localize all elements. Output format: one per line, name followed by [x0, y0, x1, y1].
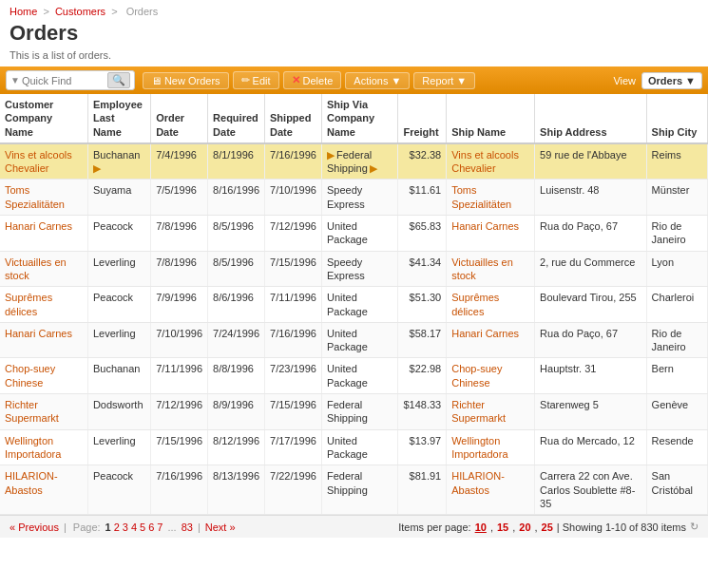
page-7[interactable]: 7 [157, 522, 163, 533]
cell-freight: $58.17 [398, 322, 447, 358]
cell-order-date: 7/11/1996 [151, 358, 208, 394]
cell-shipped-date: 7/22/1996 [265, 465, 322, 515]
page-1[interactable]: 1 [105, 522, 111, 533]
cell-ship-name[interactable]: Suprêmes délices [447, 287, 535, 323]
cell-ship-name[interactable]: Toms Spezialitäten [447, 180, 535, 216]
cell-ship-name[interactable]: Wellington Importadora [447, 429, 535, 465]
cell-required-date: 8/13/1996 [208, 465, 265, 515]
cell-ship-via: United Package [321, 216, 397, 252]
table-row[interactable]: Hanari CarnesLeverling7/10/19967/24/1996… [0, 322, 708, 358]
prev-page-button[interactable]: « Previous [10, 522, 59, 533]
cell-ship-name[interactable]: Richter Supermarkt [447, 394, 535, 430]
cell-shipped-date: 7/12/1996 [265, 216, 322, 252]
cell-ship-via: Speedy Express [321, 251, 397, 287]
table-row[interactable]: Toms SpezialitätenSuyama7/5/19968/16/199… [0, 180, 708, 216]
page-3[interactable]: 3 [123, 522, 128, 533]
table-row[interactable]: Chop-suey ChineseBuchanan7/11/19968/8/19… [0, 358, 708, 394]
table-row[interactable]: Hanari CarnesPeacock7/8/19968/5/19967/12… [0, 216, 708, 252]
page-2[interactable]: 2 [114, 522, 120, 533]
per-page-20[interactable]: 20 [519, 522, 530, 533]
cell-company[interactable]: Vins et alcools Chevalier [0, 143, 87, 180]
next-page-button[interactable]: Next » [205, 522, 236, 533]
cell-shipped-date: 7/16/1996 [265, 322, 322, 358]
table-row[interactable]: Richter SupermarktDodsworth7/12/19968/9/… [0, 394, 708, 430]
page-83[interactable]: 83 [182, 522, 193, 533]
col-employee: EmployeeLast Name [87, 94, 150, 143]
cell-company[interactable]: Chop-suey Chinese [0, 358, 87, 394]
cell-company[interactable]: Hanari Carnes [0, 322, 87, 358]
col-order-date: OrderDate [151, 94, 208, 143]
table-row[interactable]: HILARION-AbastosPeacock7/16/19968/13/199… [0, 465, 708, 515]
cell-ship-city: Münster [646, 180, 707, 216]
cell-ship-address: Rua do Mercado, 12 [535, 429, 647, 465]
refresh-icon[interactable]: ↻ [690, 521, 698, 533]
delete-button[interactable]: ✕ Delete [283, 71, 342, 89]
view-label: View [613, 75, 636, 86]
cell-order-date: 7/15/1996 [151, 429, 208, 465]
quick-find-input[interactable] [22, 75, 107, 86]
cell-ship-address: Hauptstr. 31 [535, 358, 647, 394]
cell-company[interactable]: Wellington Importadora [0, 429, 87, 465]
cell-company[interactable]: Richter Supermarkt [0, 394, 87, 430]
cell-ship-address: Luisenstr. 48 [535, 180, 647, 216]
cell-required-date: 8/16/1996 [208, 180, 265, 216]
report-button[interactable]: Report ▼ [413, 72, 475, 89]
breadcrumb-customers[interactable]: Customers [55, 6, 105, 17]
breadcrumb: Home > Customers > Orders [0, 0, 708, 19]
table-row[interactable]: Suprêmes délicesPeacock7/9/19968/6/19967… [0, 287, 708, 323]
cell-ship-via: ▶Federal Shipping▶ [321, 143, 397, 180]
cell-freight: $22.98 [398, 358, 447, 394]
view-dropdown[interactable]: Orders ▼ [641, 72, 702, 89]
col-ship-city: Ship City [646, 94, 707, 143]
table-row[interactable]: Victuailles en stockLeverling7/8/19968/5… [0, 251, 708, 287]
cell-ship-name[interactable]: HILARION-Abastos [447, 465, 535, 515]
cell-ship-city: Bern [646, 358, 707, 394]
cell-freight: $51.30 [398, 287, 447, 323]
edit-button[interactable]: ✏ Edit [233, 71, 279, 89]
cell-ship-name[interactable]: Hanari Carnes [447, 322, 535, 358]
new-orders-button[interactable]: 🖥 New Orders [143, 72, 229, 89]
per-page-15[interactable]: 15 [497, 522, 508, 533]
cell-ship-city: Genève [646, 394, 707, 430]
cell-ship-city: Rio de Janeiro [646, 216, 707, 252]
col-freight: Freight [398, 94, 447, 143]
page-6[interactable]: 6 [148, 522, 154, 533]
cell-ship-name[interactable]: Vins et alcools Chevalier [447, 143, 535, 180]
cell-ship-via: United Package [321, 358, 397, 394]
cell-company[interactable]: Hanari Carnes [0, 216, 87, 252]
quick-find-button[interactable]: 🔍 [107, 72, 130, 88]
cell-freight: $148.33 [398, 394, 447, 430]
cell-ship-name[interactable]: Chop-suey Chinese [447, 358, 535, 394]
toolbar: ▼ 🔍 🖥 New Orders ✏ Edit ✕ Delete Actions… [0, 66, 708, 94]
edit-icon: ✏ [241, 74, 250, 86]
cell-company[interactable]: Suprêmes délices [0, 287, 87, 323]
cell-company[interactable]: HILARION-Abastos [0, 465, 87, 515]
per-page-25[interactable]: 25 [542, 522, 553, 533]
cell-shipped-date: 7/15/1996 [265, 251, 322, 287]
cell-company[interactable]: Victuailles en stock [0, 251, 87, 287]
cell-order-date: 7/9/1996 [151, 287, 208, 323]
cell-ship-via: United Package [321, 429, 397, 465]
cell-ship-via: Federal Shipping [321, 465, 397, 515]
page-description: This is a list of orders. [0, 47, 708, 66]
cell-employee: Dodsworth [87, 394, 150, 430]
view-dropdown-arrow-icon: ▼ [685, 75, 696, 86]
page-5[interactable]: 5 [140, 522, 145, 533]
cell-ship-name[interactable]: Victuailles en stock [447, 251, 535, 287]
cell-employee: Leverling [87, 251, 150, 287]
cell-employee: Peacock [87, 465, 150, 515]
table-row[interactable]: Wellington ImportadoraLeverling7/15/1996… [0, 429, 708, 465]
table-row[interactable]: Vins et alcools ChevalierBuchanan ▶7/4/1… [0, 143, 708, 180]
cell-employee: Peacock [87, 287, 150, 323]
cell-company[interactable]: Toms Spezialitäten [0, 180, 87, 216]
employee-arrow-icon: ▶ [327, 149, 335, 161]
breadcrumb-home[interactable]: Home [10, 6, 37, 17]
cell-ship-address: Boulevard Tirou, 255 [535, 287, 647, 323]
per-page-10[interactable]: 10 [475, 522, 487, 533]
actions-button[interactable]: Actions ▼ [345, 72, 410, 89]
cell-ship-address: Rua do Paço, 67 [535, 322, 647, 358]
cell-ship-name[interactable]: Hanari Carnes [447, 216, 535, 252]
cell-employee: Leverling [87, 322, 150, 358]
page-4[interactable]: 4 [131, 522, 137, 533]
cell-required-date: 8/12/1996 [208, 429, 265, 465]
